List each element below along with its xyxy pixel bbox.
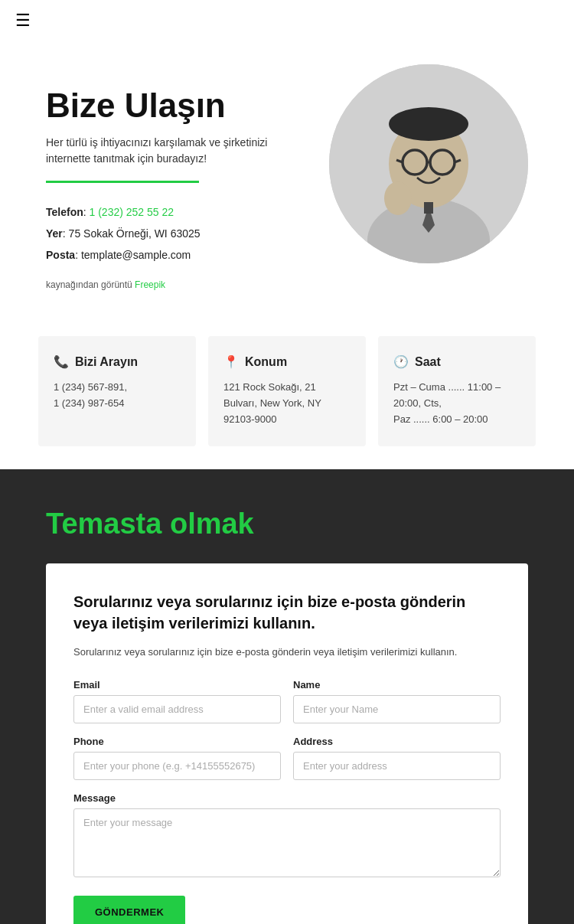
name-field-label: Name <box>293 679 501 691</box>
source-link[interactable]: Freepik <box>135 279 165 290</box>
page-title: Bize Ulaşın <box>46 87 314 124</box>
phone-field-label: Phone <box>73 736 281 747</box>
location-label: Yer <box>46 227 63 240</box>
info-cards-section: 📞 Bizi Arayın 1 (234) 567-891, 1 (234) 9… <box>0 313 574 469</box>
phone-card-icon: 📞 <box>54 354 69 369</box>
hero-image <box>329 64 528 263</box>
location-value: 75 Sokak Örneği, WI 63025 <box>69 227 201 240</box>
form-row-1: Email Name <box>73 679 501 723</box>
hero-subtitle: Her türlü iş ihtiyacınızı karşılamak ve … <box>46 135 314 167</box>
contact-info: Telefon: 1 (232) 252 55 22 Yer: 75 Sokak… <box>46 201 314 266</box>
call-card-title: Bizi Arayın <box>75 355 138 369</box>
contact-section-title: Temasta olmak <box>46 508 528 540</box>
name-field[interactable] <box>293 695 501 723</box>
location-card-icon: 📍 <box>223 354 239 369</box>
email-label: Posta <box>46 249 75 261</box>
contact-form-card: Sorularınız veya sorularınız için bize e… <box>46 563 528 924</box>
navigation: ☰ <box>0 0 574 41</box>
hours-card-icon: 🕐 <box>393 354 409 369</box>
form-row-2: Phone Address <box>73 736 501 780</box>
svg-point-10 <box>389 107 468 141</box>
hours-card-title: Saat <box>415 355 441 369</box>
hours-line-2: Paz ...... 6:00 – 20:00 <box>393 413 488 425</box>
card-header: 📍 Konum <box>223 354 351 369</box>
hours-line-1: Pzt – Cuma ...... 11:00 – 20:00, Cts, <box>393 381 501 409</box>
location-card: 📍 Konum 121 Rock Sokağı, 21 Bulvarı, New… <box>208 336 366 446</box>
image-source: kaynağından görüntü Freepik <box>46 279 314 290</box>
phone-link[interactable]: 1 (232) 252 55 22 <box>90 206 174 218</box>
svg-point-13 <box>384 181 412 215</box>
address-field-label: Address <box>293 736 501 747</box>
card-header: 🕐 Saat <box>393 354 520 369</box>
hamburger-icon[interactable]: ☰ <box>15 12 31 29</box>
hero-section: Bize Ulaşın Her türlü iş ihtiyacınızı ka… <box>0 41 574 313</box>
call-line-2: 1 (234) 987-654 <box>54 397 125 409</box>
hero-divider <box>46 181 199 183</box>
contact-section: Temasta olmak Sorularınız veya soruların… <box>0 469 574 924</box>
message-field[interactable] <box>73 808 501 877</box>
call-line-1: 1 (234) 567-891, <box>54 381 127 393</box>
phone-group: Phone <box>73 736 281 780</box>
phone-field[interactable] <box>73 752 281 780</box>
form-heading: Sorularınız veya sorularınız için bize e… <box>73 591 501 634</box>
phone-label: Telefon <box>46 206 83 218</box>
address-group: Address <box>293 736 501 780</box>
submit-button[interactable]: GÖNDERMEK <box>73 896 185 924</box>
svg-rect-12 <box>424 202 433 214</box>
name-group: Name <box>293 679 501 723</box>
call-card: 📞 Bizi Arayın 1 (234) 567-891, 1 (234) 9… <box>38 336 196 446</box>
location-card-body: 121 Rock Sokağı, 21 Bulvarı, New York, N… <box>223 380 351 427</box>
location-card-title: Konum <box>245 355 287 369</box>
hours-card-body: Pzt – Cuma ...... 11:00 – 20:00, Cts, Pa… <box>393 380 520 427</box>
address-field[interactable] <box>293 752 501 780</box>
call-card-body: 1 (234) 567-891, 1 (234) 987-654 <box>54 380 181 412</box>
email-group: Email <box>73 679 281 723</box>
hours-card: 🕐 Saat Pzt – Cuma ...... 11:00 – 20:00, … <box>378 336 536 446</box>
email-field-label: Email <box>73 679 281 691</box>
email-field[interactable] <box>73 695 281 723</box>
card-header: 📞 Bizi Arayın <box>54 354 181 369</box>
message-group: Message <box>73 792 501 877</box>
email-value: template@sample.com <box>81 249 191 261</box>
hero-content: Bize Ulaşın Her türlü iş ihtiyacınızı ka… <box>46 72 314 290</box>
location-line-1: 121 Rock Sokağı, 21 Bulvarı, New York, N… <box>223 381 321 425</box>
form-description: Sorularınız veya sorularınız için bize e… <box>73 645 501 661</box>
source-prefix: kaynağından görüntü <box>46 279 132 290</box>
message-field-label: Message <box>73 792 501 804</box>
